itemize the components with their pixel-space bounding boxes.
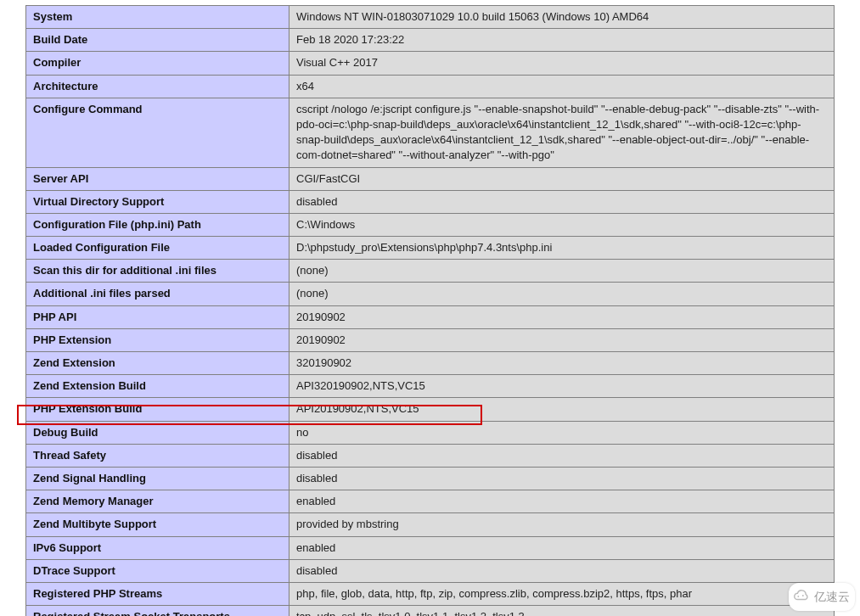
row-key: Loaded Configuration File bbox=[26, 237, 289, 260]
row-value: disabled bbox=[289, 444, 835, 467]
table-row: Zend Extension320190902 bbox=[26, 352, 835, 375]
row-value: php, file, glob, data, http, ftp, zip, c… bbox=[289, 582, 835, 605]
phpinfo-table: SystemWindows NT WIN-01803071029 10.0 bu… bbox=[25, 5, 835, 616]
row-key: Thread Safety bbox=[26, 444, 289, 467]
cloud-icon bbox=[792, 586, 811, 608]
table-row: Loaded Configuration FileD:\phpstudy_pro… bbox=[26, 237, 835, 260]
table-row: Zend Extension BuildAPI320190902,NTS,VC1… bbox=[26, 375, 835, 398]
row-key: PHP Extension bbox=[26, 328, 289, 351]
row-key: PHP Extension Build bbox=[26, 398, 289, 421]
table-row: Registered Stream Socket Transportstcp, … bbox=[26, 606, 835, 616]
row-value: (none) bbox=[289, 260, 835, 283]
table-row: Virtual Directory Supportdisabled bbox=[26, 190, 835, 213]
row-key: Registered PHP Streams bbox=[26, 582, 289, 605]
row-key: DTrace Support bbox=[26, 559, 289, 582]
table-row: Registered PHP Streamsphp, file, glob, d… bbox=[26, 582, 835, 605]
row-key: IPv6 Support bbox=[26, 536, 289, 559]
watermark-badge: 亿速云 bbox=[789, 583, 855, 611]
table-row: DTrace Supportdisabled bbox=[26, 559, 835, 582]
row-key: Server API bbox=[26, 167, 289, 190]
table-row: Build DateFeb 18 2020 17:23:22 bbox=[26, 29, 835, 52]
table-row: Zend Signal Handlingdisabled bbox=[26, 467, 835, 490]
row-key: Architecture bbox=[26, 75, 289, 98]
row-key: Configure Command bbox=[26, 98, 289, 167]
row-value: Windows NT WIN-01803071029 10.0 build 15… bbox=[289, 6, 835, 29]
svg-point-0 bbox=[797, 596, 799, 597]
row-key: Zend Signal Handling bbox=[26, 467, 289, 490]
row-key: Additional .ini files parsed bbox=[26, 283, 289, 305]
table-row: Debug Buildno bbox=[26, 421, 835, 444]
row-value: C:\Windows bbox=[289, 213, 835, 236]
table-row: Thread Safetydisabled bbox=[26, 444, 835, 467]
row-value: 320190902 bbox=[289, 352, 835, 375]
table-row: Configuration File (php.ini) PathC:\Wind… bbox=[26, 213, 835, 236]
row-key: PHP API bbox=[26, 305, 289, 328]
row-value: Visual C++ 2017 bbox=[289, 52, 835, 75]
table-row: Server APICGI/FastCGI bbox=[26, 167, 835, 190]
table-row: SystemWindows NT WIN-01803071029 10.0 bu… bbox=[26, 6, 835, 29]
row-value: enabled bbox=[289, 490, 835, 513]
row-value: disabled bbox=[289, 467, 835, 490]
row-key: Scan this dir for additional .ini files bbox=[26, 260, 289, 283]
row-key: Debug Build bbox=[26, 421, 289, 444]
row-value: (none) bbox=[289, 283, 835, 305]
row-value: provided by mbstring bbox=[289, 513, 835, 536]
row-value: 20190902 bbox=[289, 328, 835, 351]
table-row: PHP Extension BuildAPI20190902,NTS,VC15 bbox=[26, 398, 835, 421]
table-row: CompilerVisual C++ 2017 bbox=[26, 52, 835, 75]
table-row: IPv6 Supportenabled bbox=[26, 536, 835, 559]
row-value: tcp, udp, ssl, tls, tlsv1.0, tlsv1.1, tl… bbox=[289, 606, 835, 616]
row-value: API20190902,NTS,VC15 bbox=[289, 398, 835, 421]
row-value: 20190902 bbox=[289, 305, 835, 328]
row-key: Zend Memory Manager bbox=[26, 490, 289, 513]
svg-point-1 bbox=[802, 595, 804, 596]
table-row: Additional .ini files parsed(none) bbox=[26, 283, 835, 305]
table-row: Zend Memory Managerenabled bbox=[26, 490, 835, 513]
row-value: enabled bbox=[289, 536, 835, 559]
table-row: PHP Extension20190902 bbox=[26, 328, 835, 351]
table-row: PHP API20190902 bbox=[26, 305, 835, 328]
row-key: Compiler bbox=[26, 52, 289, 75]
table-row: Configure Commandcscript /nologo /e:jscr… bbox=[26, 98, 835, 167]
row-value: no bbox=[289, 421, 835, 444]
row-value: x64 bbox=[289, 75, 835, 98]
watermark-text: 亿速云 bbox=[814, 590, 850, 605]
row-value: disabled bbox=[289, 190, 835, 213]
row-value: D:\phpstudy_pro\Extensions\php\php7.4.3n… bbox=[289, 237, 835, 260]
row-key: Zend Multibyte Support bbox=[26, 513, 289, 536]
row-value: CGI/FastCGI bbox=[289, 167, 835, 190]
row-value: cscript /nologo /e:jscript configure.js … bbox=[289, 98, 835, 167]
row-value: API320190902,NTS,VC15 bbox=[289, 375, 835, 398]
row-key: Zend Extension bbox=[26, 352, 289, 375]
table-row: Zend Multibyte Supportprovided by mbstri… bbox=[26, 513, 835, 536]
row-value: Feb 18 2020 17:23:22 bbox=[289, 29, 835, 52]
table-row: Architecturex64 bbox=[26, 75, 835, 98]
row-key: Registered Stream Socket Transports bbox=[26, 606, 289, 616]
table-row: Scan this dir for additional .ini files(… bbox=[26, 260, 835, 283]
row-key: System bbox=[26, 6, 289, 29]
row-key: Configuration File (php.ini) Path bbox=[26, 213, 289, 236]
row-key: Virtual Directory Support bbox=[26, 190, 289, 213]
row-key: Build Date bbox=[26, 29, 289, 52]
row-key: Zend Extension Build bbox=[26, 375, 289, 398]
row-value: disabled bbox=[289, 559, 835, 582]
